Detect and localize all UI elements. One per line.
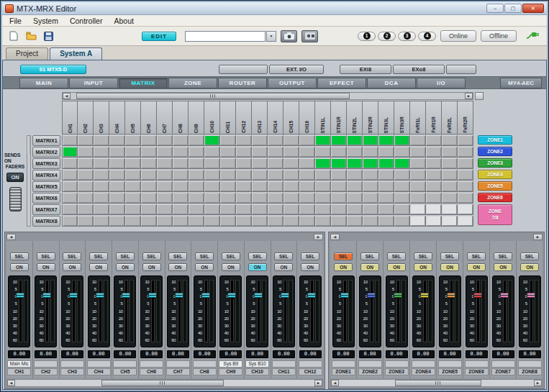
matrix-cell-matrix2-stin3l[interactable] [378,147,394,158]
on-button-ch7[interactable]: ON [168,263,187,271]
matrix-cell-matrix2-ch16[interactable] [299,147,315,158]
matrix-cell-matrix7-fxrt1l[interactable] [410,204,426,215]
matrix-cell-matrix5-stin1l[interactable] [315,181,331,192]
matrix-cell-matrix4-fxrt1l[interactable] [410,170,426,181]
matrix-cell-matrix2-stin3r[interactable] [394,147,410,158]
matrix-cell-matrix8-ch13[interactable] [252,216,268,227]
unit-indicator-1[interactable]: 1 [358,32,376,41]
matrix-cell-matrix8-ch7[interactable] [157,216,173,227]
matrix-cell-matrix5-ch15[interactable] [283,181,299,192]
matrix-cell-matrix2-ch6[interactable] [141,147,157,158]
matrix-cell-matrix1-ch10[interactable] [204,135,220,146]
matrix-cell-matrix4-ch16[interactable] [299,170,315,181]
fader-ch3[interactable]: 105051020304060 [61,275,83,347]
matrix-cell-matrix8-stin3l[interactable] [378,216,394,227]
fader-ch8[interactable]: 105051020304060 [194,275,216,347]
matrix-cell-matrix6-stin2r[interactable] [363,193,378,204]
matrix-cell-matrix1-ch15[interactable] [283,135,299,146]
matrix-cell-matrix7-stin2l[interactable] [347,204,363,215]
matrix-cell-matrix3-ch1[interactable] [62,158,78,169]
fader-zone6[interactable]: 105051020304060 [466,275,488,347]
matrix-cell-matrix7-fxrt2r[interactable] [458,204,473,215]
tab-system-a[interactable]: System A [50,47,102,60]
matrix-cell-matrix2-ch10[interactable] [204,147,220,158]
matrix-cell-matrix4-stin1r[interactable] [331,170,347,181]
matrix-cell-matrix2-fxrt1r[interactable] [426,147,442,158]
matrix-cell-matrix8-stin2r[interactable] [363,216,378,227]
matrix-cell-matrix3-ch9[interactable] [189,158,204,169]
sel-button-ch5[interactable]: SEL [116,252,135,260]
matrix-h-scrollbar[interactable] [62,92,473,100]
matrix-cell-matrix4-ch7[interactable] [157,170,173,181]
fader-ch12[interactable]: 105051020304060 [299,275,322,347]
matrix-cell-matrix2-ch12[interactable] [236,147,252,158]
matrix-cell-matrix2-ch5[interactable] [125,147,141,158]
matrix-cell-matrix4-ch13[interactable] [252,170,268,181]
matrix-cell-matrix4-ch10[interactable] [204,170,220,181]
matrix-cell-matrix3-ch3[interactable] [94,158,109,169]
on-button-zone8[interactable]: ON [520,263,539,271]
channel-name[interactable]: Main Mic [7,360,31,368]
zone-label-3[interactable]: ZONE3 [478,158,512,168]
matrix-cell-matrix8-stin1l[interactable] [315,216,331,227]
matrix-cell-matrix7-ch15[interactable] [283,204,299,215]
strip-scroll-left-arrow[interactable] [330,234,340,240]
tab-project[interactable]: Project [6,47,48,60]
open-folder-icon[interactable] [24,29,38,42]
channel-name[interactable] [465,360,489,368]
recall-preset-icon[interactable] [301,30,318,42]
matrix-cell-matrix5-ch4[interactable] [109,181,125,192]
matrix-cell-matrix3-ch6[interactable] [141,158,157,169]
matrix-cell-matrix3-fxrt1r[interactable] [426,158,442,169]
fader-ch7[interactable]: 105051020304060 [167,275,189,347]
matrix-cell-matrix2-stin1r[interactable] [331,147,347,158]
sel-button-zone5[interactable]: SEL [440,252,459,260]
matrix-row-matrix5[interactable]: MATRIX5 [32,181,60,192]
channel-name[interactable] [87,360,111,368]
matrix-cell-matrix6-ch13[interactable] [252,193,268,204]
matrix-cell-matrix6-stin3r[interactable] [394,193,410,204]
matrix-cell-matrix3-stin1l[interactable] [315,158,331,169]
strip-scroll-left-arrow[interactable] [6,234,16,240]
matrix-cell-matrix3-fxrt1l[interactable] [410,158,426,169]
scroll-right-arrow[interactable] [465,93,473,99]
matrix-cell-matrix8-ch16[interactable] [299,216,315,227]
matrix-cell-matrix6-ch14[interactable] [268,193,283,204]
matrix-cell-matrix8-ch8[interactable] [173,216,189,227]
online-button[interactable]: Online [440,30,476,42]
maximize-button[interactable]: ▢ [504,4,522,13]
matrix-cell-matrix6-ch15[interactable] [283,193,299,204]
channel-name[interactable] [358,360,382,368]
channel-name[interactable] [60,360,84,368]
matrix-cell-matrix6-stin1l[interactable] [315,193,331,204]
channel-name[interactable] [272,360,296,368]
matrix-cell-matrix8-ch9[interactable] [189,216,204,227]
nav-tab-zone[interactable]: ZONE [168,78,217,88]
matrix-cell-matrix4-ch8[interactable] [173,170,189,181]
matrix-cell-matrix7-ch9[interactable] [189,204,204,215]
matrix-cell-matrix5-ch12[interactable] [236,181,252,192]
device-slot-empty[interactable] [446,65,476,74]
matrix-cell-matrix4-ch15[interactable] [283,170,299,181]
scrollbar-corner-button[interactable] [475,92,484,100]
on-button-zone6[interactable]: ON [467,263,486,271]
matrix-cell-matrix8-stin1r[interactable] [331,216,347,227]
matrix-cell-matrix5-ch9[interactable] [189,181,204,192]
matrix-cell-matrix2-ch4[interactable] [109,147,125,158]
sel-button-ch7[interactable]: SEL [168,252,187,260]
device-button-exo8[interactable]: EXo8 [393,65,445,74]
matrix-cell-matrix3-ch8[interactable] [173,158,189,169]
matrix-cell-matrix1-fxrt2l[interactable] [442,135,458,146]
matrix-cell-matrix3-ch10[interactable] [204,158,220,169]
matrix-cell-matrix5-ch14[interactable] [268,181,283,192]
on-button-ch4[interactable]: ON [89,263,108,271]
sel-button-ch11[interactable]: SEL [274,252,293,260]
sends-on-faders-button[interactable]: ON [6,173,24,182]
matrix-cell-matrix5-stin3r[interactable] [394,181,410,192]
matrix-cell-matrix1-ch2[interactable] [78,135,94,146]
channel-name[interactable] [412,360,435,368]
on-button-ch8[interactable]: ON [195,263,214,271]
nav-tab-effect[interactable]: EFFECT [317,78,366,88]
matrix-cell-matrix6-ch12[interactable] [236,193,252,204]
fader-zone3[interactable]: 105051020304060 [386,275,408,347]
